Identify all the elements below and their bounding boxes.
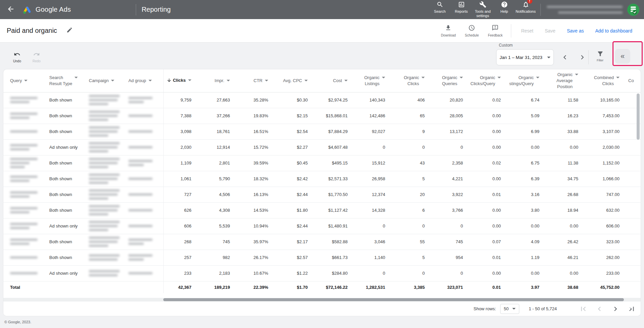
topbar-right: SearchReportsTools and settingsHelp!Noti…: [429, 1, 644, 18]
column-header-organic_queries[interactable]: Organic Queries: [430, 69, 468, 92]
cell-search-result-type: Ad shown only: [45, 139, 85, 155]
column-header-impr[interactable]: Impr.: [197, 69, 235, 92]
column-header-query[interactable]: Query: [3, 69, 45, 92]
redo-button[interactable]: Redo: [29, 51, 44, 63]
account-avatar[interactable]: [627, 4, 639, 16]
nav-notifications[interactable]: !Notifications: [515, 1, 536, 18]
nav-help[interactable]: Help: [493, 1, 515, 18]
cell-campaign-redacted: [85, 234, 124, 250]
nav-reports[interactable]: Reports: [451, 1, 472, 18]
cell-clicks: 3,098: [163, 124, 197, 139]
column-header-organic_listings_query[interactable]: Organic stings/Query: [506, 69, 545, 92]
column-header-co_partial[interactable]: Co: [625, 69, 641, 92]
tool-label: Schedule: [465, 34, 479, 37]
column-header-campaign[interactable]: Campaign: [85, 69, 124, 92]
cell-ctr: 15.72%: [235, 139, 274, 155]
cell-combined_clicks: 632.00: [584, 202, 625, 218]
undo-button[interactable]: Undo: [9, 51, 25, 63]
reset-button[interactable]: Reset: [521, 28, 533, 34]
column-label: Ad group: [128, 78, 146, 84]
cell-clicks: 7,388: [163, 108, 197, 124]
download-button[interactable]: Download: [436, 24, 460, 37]
google-ads-logo: [22, 5, 32, 15]
column-header-ad_group[interactable]: Ad group: [124, 69, 163, 92]
column-header-search_result_type[interactable]: Search Result Type: [45, 69, 85, 92]
date-range-picker[interactable]: Jan 1 – Mar 31, 2023: [496, 49, 554, 65]
previous-period-button[interactable]: [561, 53, 569, 62]
cell-campaign-redacted: [85, 250, 124, 265]
redacted-text: [128, 272, 153, 274]
column-header-ctr[interactable]: CTR: [235, 69, 274, 92]
redacted-text: [128, 146, 153, 148]
redacted-text: [89, 213, 108, 215]
save-button[interactable]: Save: [545, 28, 555, 34]
save-as-button[interactable]: Save as: [567, 28, 584, 34]
cell-ad_group-redacted: [124, 124, 163, 139]
first-page-button[interactable]: [579, 305, 588, 313]
cell-clicks: 1,061: [163, 171, 197, 187]
total-organic_queries: 323,071: [430, 281, 468, 293]
cell-campaign-redacted: [85, 218, 124, 234]
cell-organic_avg_position: 46.21: [545, 250, 584, 265]
column-label: Organic Average Position: [557, 72, 573, 89]
cell-search-result-type: Both shown: [45, 187, 85, 202]
horizontal-scrollbar[interactable]: [163, 298, 624, 301]
cell-organic_clicks_query: 0.02: [468, 155, 506, 171]
redacted-text: [128, 225, 153, 227]
collapse-panel-button[interactable]: «: [615, 49, 630, 64]
cell-organic_clicks_query: 0.01: [468, 250, 506, 265]
cell-organic_queries: 13,172: [430, 124, 468, 139]
column-header-avg_cpc[interactable]: Avg. CPC: [274, 69, 313, 92]
column-header-organic_clicks_query[interactable]: Organic Clicks/Query: [468, 69, 506, 92]
redacted-text: [89, 270, 120, 272]
redacted-text: [128, 209, 153, 211]
redacted-text: [89, 126, 120, 129]
rows-per-page-select[interactable]: 50: [500, 304, 519, 314]
column-header-organic_avg_position[interactable]: Organic Average Position: [545, 69, 584, 92]
redacted-text: [89, 197, 108, 200]
prev-page-button[interactable]: [595, 305, 604, 313]
filter-icon: [597, 50, 604, 58]
column-header-cost[interactable]: Cost: [313, 69, 353, 92]
feedback-button[interactable]: Feedback: [483, 24, 507, 37]
back-button[interactable]: [7, 5, 15, 14]
nav-search[interactable]: Search: [429, 1, 451, 18]
last-page-button[interactable]: [627, 305, 636, 313]
cell-cut-off: [625, 218, 641, 234]
next-page-button[interactable]: [611, 305, 620, 313]
cell-organic_queries: 20,820: [430, 92, 468, 108]
horizontal-scrollbar-track: [3, 298, 641, 302]
cell-organic_listings_query: 0.00: [506, 218, 545, 234]
cell-cut-off: [625, 250, 641, 265]
column-header-combined_clicks[interactable]: Combined Clicks: [584, 69, 625, 92]
column-header-content: Combined Clicks: [584, 75, 620, 86]
redacted-text: [89, 158, 120, 160]
nav-label: Help: [501, 9, 508, 14]
add-to-dashboard-button[interactable]: Add to dashboard: [595, 28, 632, 34]
vertical-scrollbar[interactable]: [637, 93, 640, 140]
redacted-text: [10, 158, 38, 160]
redacted-text: [128, 258, 144, 261]
edit-title-button[interactable]: [66, 27, 73, 35]
next-period-button[interactable]: [578, 53, 587, 62]
redacted-text: [10, 211, 30, 213]
cell-cut-off: [625, 187, 641, 202]
cell-combined_clicks: 233.00: [584, 265, 625, 281]
cell-cut-off: [625, 265, 641, 281]
redacted-text: [128, 130, 153, 133]
cell-combined_clicks: 2,030.00: [584, 139, 625, 155]
cell-ctr: 18.32%: [235, 171, 274, 187]
cell-organic_clicks_query: 0.01: [468, 187, 506, 202]
schedule-button[interactable]: Schedule: [460, 24, 483, 37]
column-header-organic_clicks[interactable]: Organic Clicks: [391, 69, 430, 92]
column-header-clicks[interactable]: Clicks: [163, 69, 197, 92]
topbar-divider: [136, 4, 136, 15]
nav-tools-and-settings[interactable]: Tools and settings: [472, 1, 493, 18]
redacted-text: [10, 97, 38, 99]
topbar-divider: [540, 4, 541, 16]
cell-query-redacted: [3, 92, 45, 108]
redacted-text: [128, 243, 144, 245]
filter-button[interactable]: Filter: [593, 50, 607, 62]
redacted-text: [128, 115, 153, 117]
column-header-organic_listings[interactable]: Organic Listings: [353, 69, 391, 92]
